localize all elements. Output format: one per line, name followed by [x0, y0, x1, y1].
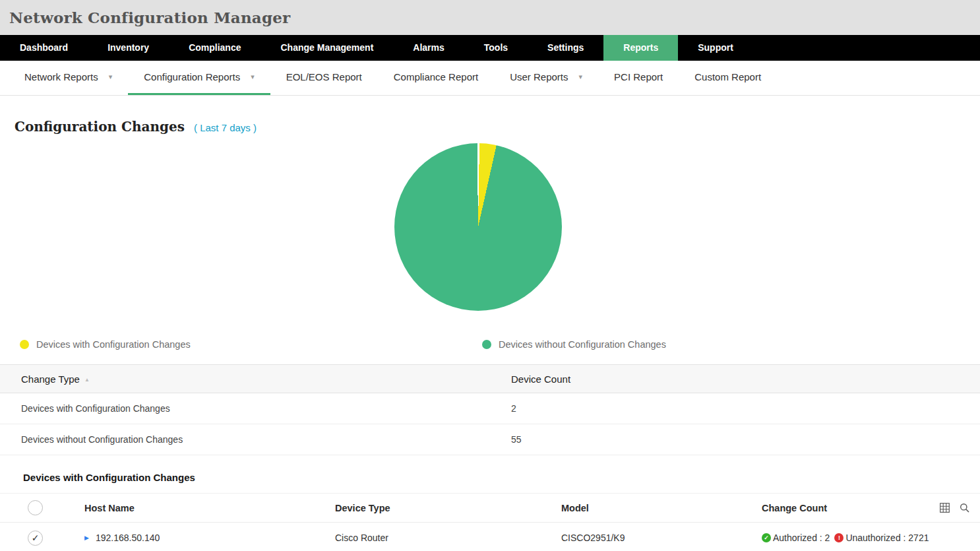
search-icon[interactable]: [960, 503, 969, 513]
column-header-device-count[interactable]: Device Count: [511, 373, 980, 385]
report-content: Configuration Changes ( Last 7 days ) De…: [0, 119, 980, 551]
subnav-custom-report[interactable]: Custom Report: [679, 61, 777, 95]
page-head: Configuration Changes ( Last 7 days ): [15, 119, 980, 135]
device-host-name[interactable]: 192.168.50.140: [96, 533, 160, 543]
expand-row-icon[interactable]: ▶: [84, 535, 89, 541]
column-header-change-type[interactable]: Change Type▲: [21, 373, 511, 385]
chart-area: [0, 143, 980, 311]
app-header: Network Configuration Manager: [0, 0, 980, 35]
unauthorized-count: Unauthorized : 2721: [845, 533, 929, 543]
app-title: Network Configuration Manager: [9, 9, 290, 26]
change-type-cell: Devices without Configuration Changes: [21, 434, 511, 445]
nav-change-management[interactable]: Change Management: [261, 35, 394, 61]
change-summary-table: Change Type▲ Device Count Devices with C…: [0, 364, 980, 455]
summary-table-row: Devices with Configuration Changes 2: [0, 393, 980, 424]
subnav-pci-report[interactable]: PCI Report: [598, 61, 679, 95]
nav-tools[interactable]: Tools: [464, 35, 528, 61]
unauthorized-icon: !: [834, 533, 843, 542]
authorized-icon: ✓: [762, 533, 771, 542]
sort-asc-icon: ▲: [84, 377, 90, 383]
device-row[interactable]: ✓ ▶ 192.168.50.140 Cisco Router CISCO295…: [0, 523, 980, 551]
check-icon: ✓: [32, 533, 40, 542]
device-type-cell: Cisco Router: [310, 533, 536, 543]
summary-table-row: Devices without Configuration Changes 55: [0, 424, 980, 455]
devices-table-header: Host Name Device Type Model Change Count: [0, 493, 980, 523]
subnav-eol-eos-report[interactable]: EOL/EOS Report: [270, 61, 378, 95]
nav-settings[interactable]: Settings: [528, 35, 603, 61]
change-type-cell: Devices with Configuration Changes: [21, 403, 511, 414]
subnav-label: Network Reports: [24, 71, 98, 82]
column-header-device-type[interactable]: Device Type: [310, 503, 536, 513]
legend-swatch-yellow: [20, 340, 29, 349]
subnav-label: Compliance Report: [394, 71, 478, 82]
nav-compliance[interactable]: Compliance: [169, 35, 260, 61]
unauthorized-glyph: !: [838, 535, 840, 541]
select-all-checkbox[interactable]: [28, 500, 43, 515]
chevron-down-icon: ▾: [109, 73, 113, 81]
legend-label: Devices without Configuration Changes: [499, 339, 666, 350]
column-header-host-name[interactable]: Host Name: [59, 503, 310, 513]
column-chooser-icon[interactable]: [940, 503, 950, 513]
column-header-model[interactable]: Model: [536, 503, 761, 513]
legend-item-with-changes[interactable]: Devices with Configuration Changes: [20, 339, 482, 350]
nav-alarms[interactable]: Alarms: [393, 35, 464, 61]
devices-section-title: Devices with Configuration Changes: [0, 455, 980, 493]
nav-dashboard[interactable]: Dashboard: [0, 35, 88, 61]
legend-item-without-changes[interactable]: Devices without Configuration Changes: [482, 339, 980, 350]
subnav-label: Custom Report: [694, 71, 761, 82]
subnav-label: PCI Report: [614, 71, 663, 82]
row-checkbox[interactable]: ✓: [28, 531, 43, 546]
chevron-down-icon: ▾: [251, 73, 255, 81]
device-count-cell: 55: [511, 434, 980, 445]
nav-inventory[interactable]: Inventory: [88, 35, 169, 61]
chart-legend: Devices with Configuration Changes Devic…: [0, 339, 980, 350]
subnav-network-reports[interactable]: Network Reports ▾: [9, 61, 128, 95]
subnav-label: EOL/EOS Report: [286, 71, 362, 82]
reports-subnav: Network Reports ▾ Configuration Reports …: [0, 61, 980, 96]
column-header-change-count[interactable]: Change Count: [762, 503, 827, 513]
subnav-configuration-reports[interactable]: Configuration Reports ▾: [128, 61, 270, 95]
column-label: Change Type: [21, 373, 80, 385]
page-title: Configuration Changes: [15, 119, 185, 135]
authorized-glyph: ✓: [764, 535, 769, 541]
pie-chart[interactable]: [394, 143, 562, 311]
report-period: ( Last 7 days ): [194, 122, 257, 133]
summary-table-header: Change Type▲ Device Count: [0, 364, 980, 393]
subnav-user-reports[interactable]: User Reports ▾: [494, 61, 598, 95]
nav-reports[interactable]: Reports: [603, 35, 678, 61]
legend-swatch-green: [482, 340, 491, 349]
subnav-label: Configuration Reports: [144, 71, 240, 82]
main-nav: Dashboard Inventory Compliance Change Ma…: [0, 35, 980, 61]
authorized-count: Authorized : 2: [773, 533, 830, 543]
device-count-cell: 2: [511, 403, 980, 414]
nav-support[interactable]: Support: [678, 35, 753, 61]
legend-label: Devices with Configuration Changes: [36, 339, 191, 350]
subnav-label: User Reports: [510, 71, 568, 82]
device-model-cell: CISCO2951/K9: [536, 533, 761, 543]
chevron-down-icon: ▾: [579, 73, 583, 81]
subnav-compliance-report[interactable]: Compliance Report: [378, 61, 494, 95]
devices-table: Host Name Device Type Model Change Count: [0, 493, 980, 551]
